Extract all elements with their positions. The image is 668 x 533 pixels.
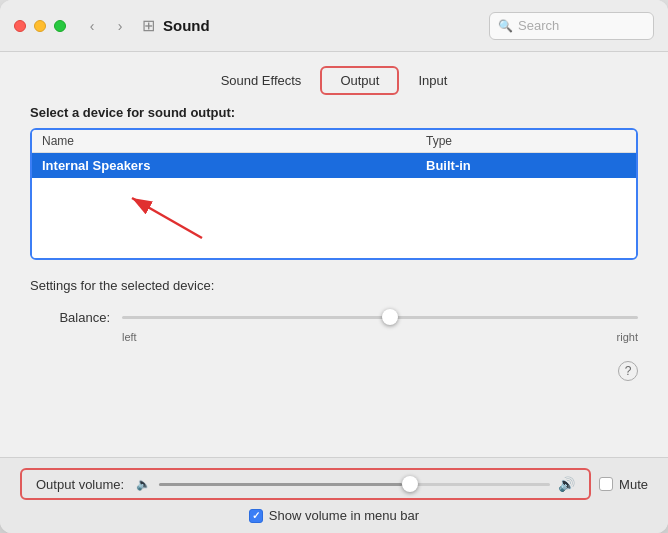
window-title: Sound — [163, 17, 210, 34]
volume-thumb[interactable] — [402, 476, 418, 492]
bottom-bar: Output volume: 🔈 🔊 Mute Show volume in m… — [0, 457, 668, 533]
balance-track — [122, 316, 638, 319]
settings-label: Settings for the selected device: — [30, 278, 638, 293]
back-button[interactable]: ‹ — [80, 14, 104, 38]
volume-high-icon: 🔊 — [558, 476, 575, 492]
main-content: Select a device for sound output: Name T… — [0, 105, 668, 457]
titlebar: ‹ › ⊞ Sound 🔍 Search — [0, 0, 668, 52]
tab-output[interactable]: Output — [320, 66, 399, 95]
search-icon: 🔍 — [498, 19, 513, 33]
show-volume-label: Show volume in menu bar — [269, 508, 419, 523]
mute-row: Mute — [599, 477, 648, 492]
volume-fill — [159, 483, 401, 486]
maximize-button[interactable] — [54, 20, 66, 32]
close-button[interactable] — [14, 20, 26, 32]
mute-checkbox[interactable] — [599, 477, 613, 491]
balance-right-label: right — [617, 331, 638, 343]
red-arrow-annotation — [112, 188, 232, 248]
search-bar[interactable]: 🔍 Search — [489, 12, 654, 40]
col-name-header: Name — [42, 134, 426, 148]
volume-slider[interactable] — [159, 483, 550, 486]
row-type: Built-in — [426, 158, 626, 173]
balance-slider[interactable] — [122, 307, 638, 327]
balance-thumb[interactable] — [382, 309, 398, 325]
col-type-header: Type — [426, 134, 626, 148]
tab-input[interactable]: Input — [399, 67, 466, 94]
row-name: Internal Speakers — [42, 158, 426, 173]
menubar-row: Show volume in menu bar — [249, 508, 419, 523]
help-button[interactable]: ? — [618, 361, 638, 381]
balance-labels: left right — [122, 331, 638, 343]
search-placeholder: Search — [518, 18, 559, 33]
nav-arrows: ‹ › — [80, 14, 132, 38]
show-volume-checkbox[interactable] — [249, 509, 263, 523]
tab-bar: Sound Effects Output Input — [0, 52, 668, 105]
tab-sound-effects[interactable]: Sound Effects — [202, 67, 321, 94]
volume-label: Output volume: — [36, 477, 124, 492]
device-section-label: Select a device for sound output: — [30, 105, 638, 120]
table-row[interactable]: Internal Speakers Built-in — [32, 153, 636, 178]
balance-left-label: left — [122, 331, 137, 343]
table-header: Name Type — [32, 130, 636, 153]
svg-line-1 — [132, 198, 202, 238]
mute-label: Mute — [619, 477, 648, 492]
grid-icon[interactable]: ⊞ — [142, 16, 155, 35]
device-table: Name Type Internal Speakers Built-in — [30, 128, 638, 260]
window: ‹ › ⊞ Sound 🔍 Search Sound Effects Outpu… — [0, 0, 668, 533]
minimize-button[interactable] — [34, 20, 46, 32]
volume-row: Output volume: 🔈 🔊 — [20, 468, 591, 500]
forward-button[interactable]: › — [108, 14, 132, 38]
traffic-lights — [14, 20, 66, 32]
volume-low-icon: 🔈 — [136, 477, 151, 491]
balance-row: Balance: — [30, 307, 638, 327]
balance-label: Balance: — [30, 310, 110, 325]
table-empty-area — [32, 178, 636, 258]
